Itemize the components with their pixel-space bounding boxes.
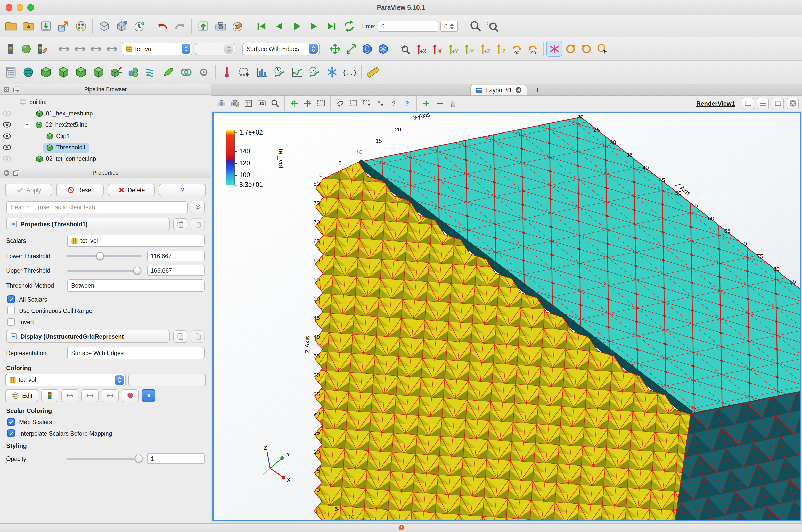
zoom-to-box-button[interactable] (397, 41, 413, 57)
undock-panel-icon[interactable] (13, 169, 20, 176)
camera-settings-button[interactable] (212, 17, 229, 35)
select-block-button[interactable] (347, 97, 360, 110)
redo-button[interactable] (171, 17, 189, 35)
rescale-to-custom-range-button[interactable] (81, 389, 98, 402)
extract-level-button[interactable] (195, 63, 212, 81)
pipeline-item-02-hex2tet5-inp[interactable]: −02_hex2tet5.inp (0, 119, 211, 130)
export-scene-button[interactable] (55, 17, 72, 35)
lower-threshold-input[interactable] (147, 250, 205, 261)
scalars-combo[interactable]: tet_vol (67, 234, 205, 247)
rotate-camera-cw-button[interactable] (578, 41, 594, 57)
rescale-to-visible-range-button[interactable] (101, 389, 119, 402)
catalyst-results-button[interactable] (113, 17, 130, 35)
pipeline-item-builtin[interactable]: builtin: (0, 96, 211, 108)
temporal-interpolator-button[interactable] (323, 63, 341, 81)
auto-apply-button[interactable] (194, 17, 212, 35)
message-indicator-icon[interactable] (398, 524, 404, 532)
reset-button[interactable]: Reset (56, 184, 104, 196)
zoom-to-selection-button[interactable] (485, 17, 502, 35)
checkbox-map-scalars[interactable] (7, 418, 15, 426)
extract-selection-button[interactable] (236, 63, 253, 81)
collapse-section-icon[interactable] (10, 333, 17, 340)
visibility-eye-icon[interactable] (0, 156, 14, 162)
coloring-component-combo[interactable] (128, 374, 206, 386)
favorites-button[interactable] (122, 389, 139, 402)
select-polygon-button[interactable] (333, 97, 347, 110)
camera-plus-y-button[interactable]: +Y (445, 41, 461, 57)
threshold-filter-button[interactable] (90, 63, 107, 81)
edit-color-palette-button[interactable] (229, 17, 247, 35)
display-section-header[interactable]: Display (UnstructuredGridRepresent (6, 330, 170, 343)
first-frame-button[interactable] (253, 17, 270, 35)
loop-button[interactable] (340, 17, 358, 35)
checkbox-invert[interactable] (7, 318, 15, 326)
glyph-sphere-button[interactable] (20, 63, 37, 81)
visibility-eye-icon[interactable] (0, 144, 14, 151)
warp-by-vector-button[interactable] (160, 63, 178, 81)
catalyst-timer-button[interactable] (130, 17, 148, 35)
rotate-camera-ccw-button[interactable] (562, 41, 578, 57)
delete-button[interactable]: Delete (108, 184, 155, 196)
hover-cells-button[interactable]: ? (387, 97, 400, 110)
catalyst-connect-button[interactable] (95, 17, 113, 35)
pipeline-item-label[interactable]: 01_hex_mesh.inp (33, 109, 95, 118)
paste-display-button[interactable] (191, 330, 205, 343)
show-color-legend-button[interactable] (142, 389, 155, 402)
slider-handle[interactable] (133, 266, 141, 274)
visibility-eye-icon[interactable] (0, 133, 14, 139)
pipeline-item-01-hex-mesh-inp[interactable]: 01_hex_mesh.inp (0, 108, 211, 119)
clip-filter-button[interactable] (55, 63, 72, 81)
choose-preset-button[interactable] (41, 389, 58, 402)
upper-threshold-slider[interactable] (67, 269, 141, 271)
hover-points-button[interactable]: ? (400, 97, 414, 110)
pipeline-item-label[interactable]: 02_tet_connect.inp (33, 154, 98, 164)
zoom-to-data-button[interactable] (467, 17, 485, 35)
frame-spinner[interactable]: 0 (441, 20, 458, 32)
rescale-to-temporal-range-button[interactable] (88, 41, 104, 57)
representation-combo[interactable]: Surface With Edges (242, 42, 320, 55)
interactive-select-cells-button[interactable] (360, 97, 373, 110)
color-array-combo[interactable]: tet_vol (122, 42, 192, 55)
plot-selection-over-time-button[interactable] (306, 63, 323, 81)
visibility-eye-icon[interactable] (0, 110, 14, 116)
group-datasets-button[interactable] (178, 63, 195, 81)
close-panel-icon[interactable] (3, 169, 10, 176)
opacity-input[interactable] (147, 453, 205, 464)
reset-center-of-rotation-button[interactable] (546, 41, 562, 57)
programmable-filter-button[interactable]: {..} (341, 63, 358, 81)
camera-plus-x-button[interactable]: +X (413, 41, 429, 57)
checkbox-all-scalars[interactable] (7, 296, 15, 303)
last-frame-button[interactable] (323, 17, 340, 35)
paste-properties-button[interactable] (191, 218, 205, 230)
extract-subset-button[interactable] (107, 63, 125, 81)
pipeline-item-clip1[interactable]: Clip1 (0, 130, 211, 142)
select-cells-on-button[interactable] (287, 97, 301, 110)
select-points-on-button[interactable] (301, 97, 314, 110)
help-button[interactable]: ? (159, 184, 206, 196)
maximize-view-button[interactable] (771, 98, 784, 109)
visibility-eye-icon[interactable] (0, 122, 14, 128)
threshold-method-combo[interactable]: Between (67, 280, 205, 292)
pipeline-item-label[interactable]: builtin: (17, 97, 49, 107)
opacity-slider[interactable] (67, 457, 141, 460)
edit-color-map-toolbar-button[interactable] (34, 41, 50, 57)
zoom-view-button[interactable] (268, 97, 282, 110)
layout-tab[interactable]: Layout #1 (471, 84, 527, 95)
search-input[interactable] (6, 201, 188, 213)
component-combo[interactable] (195, 42, 235, 55)
clear-selection-button[interactable] (446, 97, 460, 110)
contour-filter-button[interactable] (37, 63, 55, 81)
undock-panel-icon[interactable] (13, 86, 20, 93)
properties-section-header[interactable]: Properties (Threshold1) (6, 217, 170, 230)
save-data-button[interactable] (20, 17, 37, 35)
close-view-button[interactable] (786, 98, 799, 109)
camera-minus-z-button[interactable]: -Z (492, 41, 508, 57)
apply-button[interactable]: Apply (5, 184, 52, 196)
spinner-arrows-icon[interactable] (449, 23, 454, 29)
capture-view-button[interactable] (215, 97, 228, 110)
edit-color-map-button[interactable]: Edit (5, 389, 38, 402)
time-input[interactable] (378, 20, 439, 32)
plot-over-time-button[interactable] (271, 63, 288, 81)
ruler-button[interactable] (364, 63, 382, 81)
slider-handle[interactable] (135, 454, 142, 462)
